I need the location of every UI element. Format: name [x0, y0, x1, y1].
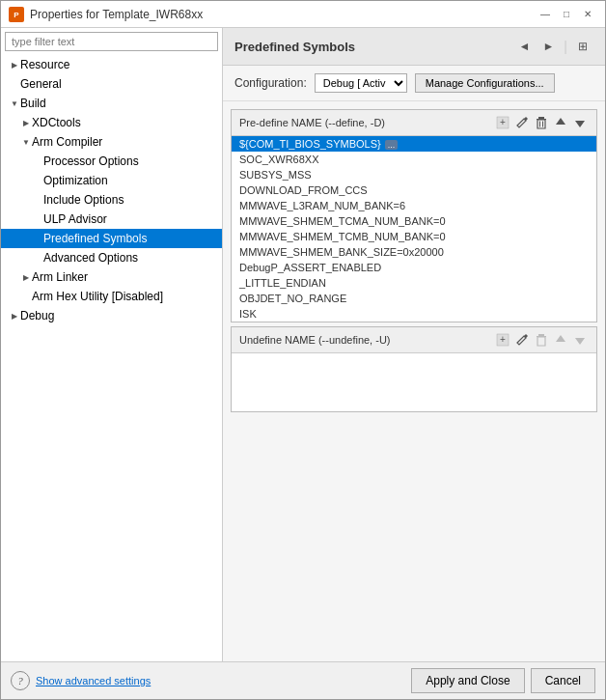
tree-item-optimization[interactable]: Optimization — [1, 171, 222, 190]
predefine-item[interactable]: DebugP_ASSERT_ENABLED — [232, 260, 596, 275]
tree-item-debug[interactable]: Debug — [1, 306, 222, 325]
main-window: P Properties for Template_IWR68xx — □ ✕ … — [0, 0, 606, 700]
tree-label-predefined-symbols: Predefined Symbols — [43, 232, 147, 245]
undefine-edit-button[interactable] — [513, 331, 531, 349]
close-button[interactable]: ✕ — [578, 6, 597, 23]
tree-container: ResourceGeneralBuildXDCtoolsArm Compiler… — [1, 55, 222, 661]
svg-rect-12 — [538, 334, 544, 336]
svg-marker-15 — [575, 338, 585, 345]
predefine-item[interactable]: DOWNLOAD_FROM_CCS — [232, 182, 596, 198]
config-label: Configuration: — [234, 76, 307, 90]
predefine-list: ${COM_TI_BIOS_SYMBOLS}...SOC_XWR68XXSUBS… — [232, 136, 596, 322]
tree-label-ulp-advisor: ULP Advisor — [43, 212, 107, 226]
svg-text:P: P — [14, 11, 19, 19]
tree-item-ulp-advisor[interactable]: ULP Advisor — [1, 210, 222, 229]
config-bar: Configuration: Debug [ Activ Manage Conf… — [223, 66, 605, 101]
show-advanced-link[interactable]: Show advanced settings — [36, 675, 151, 686]
titlebar-controls: — □ ✕ — [536, 6, 597, 23]
panel-title: Predefined Symbols — [234, 40, 355, 54]
tree-item-arm-compiler[interactable]: Arm Compiler — [1, 132, 222, 152]
predefine-down-button[interactable] — [571, 114, 589, 131]
predefine-item[interactable]: MMWAVE_SHMEM_TCMA_NUM_BANK=0 — [232, 213, 596, 229]
right-header: Predefined Symbols ◄ ► | ⊞ — [223, 28, 605, 66]
header-icons: ◄ ► | ⊞ — [513, 36, 593, 57]
undefine-section: Undefine NAME (--undefine, -U) + — [231, 326, 597, 412]
right-panel: Predefined Symbols ◄ ► | ⊞ Configuration… — [223, 28, 605, 661]
titlebar: P Properties for Template_IWR68xx — □ ✕ — [1, 1, 605, 28]
predefine-delete-button[interactable] — [533, 114, 550, 131]
tree-label-arm-hex-utility: Arm Hex Utility [Disabled] — [32, 290, 163, 303]
help-button[interactable]: ? — [11, 671, 30, 690]
undefine-down-button — [571, 331, 589, 349]
predefine-section: Pre-define NAME (--define, -D) + — [231, 109, 597, 322]
predefine-item[interactable]: MMWAVE_L3RAM_NUM_BANK=6 — [232, 198, 596, 213]
tree-item-build[interactable]: Build — [1, 94, 222, 113]
bottom-left: ? Show advanced settings — [11, 671, 151, 690]
predefine-item[interactable]: ISK — [232, 306, 596, 322]
filter-input[interactable] — [5, 32, 218, 51]
svg-rect-4 — [538, 117, 544, 119]
predefine-up-button[interactable] — [552, 114, 569, 131]
tree-item-general[interactable]: General — [1, 74, 222, 94]
tree-label-arm-compiler: Arm Compiler — [32, 135, 102, 149]
tree-item-processor-options[interactable]: Processor Options — [1, 152, 222, 171]
predefine-item[interactable]: ${COM_TI_BIOS_SYMBOLS}... — [232, 136, 596, 152]
undefine-icons: + — [494, 331, 589, 349]
predefine-item[interactable]: SOC_XWR68XX — [232, 152, 596, 167]
undefine-add-button[interactable]: + — [494, 331, 511, 349]
predefine-title: Pre-define NAME (--define, -D) — [239, 117, 385, 128]
tree-item-include-options[interactable]: Include Options — [1, 190, 222, 210]
undefine-up-button — [552, 331, 569, 349]
tree-label-general: General — [20, 77, 62, 91]
apply-close-button[interactable]: Apply and Close — [411, 668, 524, 693]
predefine-edit-button[interactable] — [513, 114, 531, 131]
bottom-right: Apply and Close Cancel — [411, 668, 595, 693]
predefine-item[interactable]: SUBSYS_MSS — [232, 167, 596, 182]
left-panel: ResourceGeneralBuildXDCtoolsArm Compiler… — [1, 28, 223, 661]
tree-item-arm-linker[interactable]: Arm Linker — [1, 267, 222, 287]
predefine-item[interactable]: MMWAVE_SHMEM_TCMB_NUM_BANK=0 — [232, 229, 596, 244]
tree-label-resource: Resource — [20, 58, 69, 71]
svg-text:+: + — [500, 334, 506, 345]
tree-label-optimization: Optimization — [43, 174, 108, 187]
tree-label-advanced-options: Advanced Options — [43, 251, 138, 265]
predefine-add-button[interactable]: + — [494, 114, 511, 131]
minimize-button[interactable]: — — [536, 6, 555, 23]
predefine-item[interactable]: OBJDET_NO_RANGE — [232, 291, 596, 306]
svg-marker-8 — [556, 118, 565, 125]
titlebar-left: P Properties for Template_IWR68xx — [9, 7, 203, 22]
tree-item-advanced-options[interactable]: Advanced Options — [1, 248, 222, 267]
predefine-icons: + — [494, 114, 589, 131]
bottom-bar: ? Show advanced settings Apply and Close… — [1, 661, 605, 699]
svg-text:+: + — [500, 117, 506, 127]
tree-label-xdctools: XDCtools — [32, 116, 81, 129]
window-title: Properties for Template_IWR68xx — [30, 8, 203, 21]
predefine-item[interactable]: _LITTLE_ENDIAN — [232, 275, 596, 291]
predefine-header: Pre-define NAME (--define, -D) + — [232, 110, 596, 136]
nav-forward-button[interactable]: ► — [537, 36, 559, 57]
svg-marker-14 — [556, 335, 565, 342]
undefine-list — [232, 353, 596, 411]
content-area: ResourceGeneralBuildXDCtoolsArm Compiler… — [1, 28, 605, 661]
tree-item-resource[interactable]: Resource — [1, 55, 222, 74]
tree-item-xdctools[interactable]: XDCtools — [1, 113, 222, 132]
sections-container: Pre-define NAME (--define, -D) + — [223, 101, 605, 661]
undefine-delete-button — [533, 331, 550, 349]
tree-label-processor-options: Processor Options — [43, 154, 139, 168]
tree-label-arm-linker: Arm Linker — [32, 270, 88, 284]
svg-marker-9 — [575, 121, 585, 127]
maximize-button[interactable]: □ — [557, 6, 576, 23]
menu-button[interactable]: ⊞ — [572, 36, 593, 57]
nav-back-button[interactable]: ◄ — [513, 36, 535, 57]
tree-item-predefined-symbols[interactable]: Predefined Symbols — [1, 229, 222, 248]
tree-label-build: Build — [20, 97, 46, 110]
predefine-item[interactable]: MMWAVE_SHMEM_BANK_SIZE=0x20000 — [232, 244, 596, 260]
manage-configurations-button[interactable]: Manage Configurations... — [415, 73, 555, 93]
undefine-title: Undefine NAME (--undefine, -U) — [239, 334, 391, 346]
app-icon: P — [9, 7, 24, 22]
tree-label-include-options: Include Options — [43, 193, 124, 207]
cancel-button[interactable]: Cancel — [531, 668, 595, 693]
undefine-header: Undefine NAME (--undefine, -U) + — [232, 327, 596, 353]
config-select[interactable]: Debug [ Activ — [315, 73, 407, 93]
tree-item-arm-hex-utility[interactable]: Arm Hex Utility [Disabled] — [1, 287, 222, 306]
